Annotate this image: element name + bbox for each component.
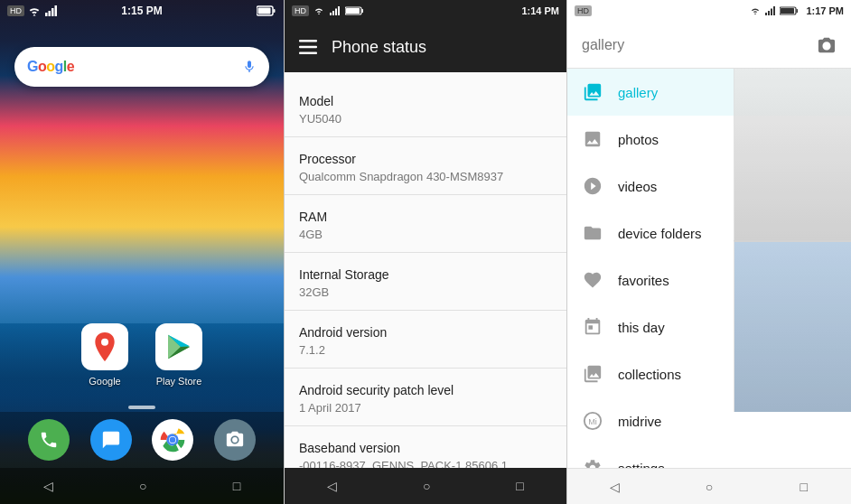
recent-button[interactable]: □ (233, 479, 240, 493)
svg-rect-20 (299, 40, 317, 42)
google-maps-label: Google (89, 376, 120, 387)
android-version-item: Android version 7.1.2 (285, 311, 566, 369)
gallery-menu-item-settings[interactable]: settings (567, 444, 851, 468)
shb-left: HD (292, 5, 365, 16)
status-back-button[interactable]: ◁ (327, 479, 337, 493)
svg-rect-1 (49, 11, 51, 16)
app-icons-row: Google Play Store (0, 323, 284, 387)
svg-point-7 (101, 339, 108, 346)
status-time: 1:14 PM (521, 5, 559, 16)
svg-rect-0 (45, 13, 48, 16)
photos-menu-icon (582, 128, 603, 150)
svg-rect-25 (771, 9, 772, 16)
gallery-search-text: gallery (582, 37, 817, 53)
svg-point-12 (232, 437, 238, 443)
gallery-menu-icon (582, 81, 603, 103)
device-folders-menu-icon (582, 222, 603, 244)
gallery-menu-label-videos: videos (618, 179, 657, 194)
gallery-menu-label-midrive: midrive (618, 414, 661, 429)
svg-rect-26 (773, 6, 775, 15)
status-status-bar: HD 1:14 PM (285, 0, 566, 22)
ram-value: 4GB (299, 228, 552, 241)
phone-dock-icon[interactable] (28, 419, 70, 461)
svg-rect-21 (299, 46, 317, 49)
svg-rect-28 (797, 9, 799, 13)
mic-icon[interactable] (242, 60, 257, 74)
status-hd-badge: HD (292, 5, 309, 16)
status-left: HD (7, 5, 57, 16)
back-button[interactable]: ◁ (43, 479, 53, 493)
gallery-hd-badge: HD (575, 5, 592, 16)
messages-dock-icon[interactable] (90, 419, 132, 461)
dock-bar (0, 412, 284, 468)
processor-item: Processor Qualcomm Snapdragon 430-MSM893… (285, 137, 566, 195)
security-patch-label: Android security patch level (299, 383, 552, 397)
gallery-menu-label-gallery: gallery (618, 85, 658, 100)
gallery-battery-icon (780, 6, 800, 15)
home-button[interactable]: ○ (139, 479, 146, 493)
gallery-menu-item-gallery[interactable]: gallery (567, 69, 851, 116)
svg-text:Mi: Mi (588, 417, 597, 426)
gallery-home-button[interactable]: ○ (695, 476, 724, 498)
baseband-value: -00116-8937_GENNS_PACK-1.85606.1 (299, 459, 552, 468)
home-time: 1:15 PM (121, 5, 162, 17)
gallery-menu-label-settings: settings (618, 461, 665, 469)
security-patch-value: 1 April 2017 (299, 401, 552, 415)
gallery-status-right: 1:17 PM (749, 5, 844, 16)
baseband-item: Baseband version -00116-8937_GENNS_PACK-… (285, 426, 566, 468)
gallery-menu-label-favorites: favorites (618, 273, 669, 288)
signal-icon (44, 5, 57, 16)
android-version-value: 7.1.2 (299, 343, 552, 357)
gallery-menu-item-collections[interactable]: collections (567, 350, 851, 397)
svg-rect-2 (51, 8, 54, 16)
chrome-dock-icon[interactable] (152, 419, 193, 461)
svg-rect-13 (330, 13, 332, 15)
status-home-button[interactable]: ○ (423, 479, 430, 493)
gallery-menu-item-midrive[interactable]: Mi midrive (567, 397, 851, 444)
gallery-menu-label-photos: photos (618, 132, 659, 147)
gallery-time: 1:17 PM (806, 5, 844, 16)
camera-dock-icon[interactable] (214, 419, 256, 461)
baseband-label: Baseband version (299, 441, 552, 455)
gallery-menu-label-device-folders: device folders (618, 226, 702, 241)
battery-icon (257, 5, 276, 16)
svg-rect-15 (335, 9, 337, 16)
gallery-menu-item-favorites[interactable]: favorites (567, 257, 851, 303)
svg-rect-6 (258, 8, 271, 14)
home-screen: HD 1:15 PM Google Google (0, 0, 284, 504)
gallery-menu-item-device-folders[interactable]: device folders (567, 210, 851, 257)
phone-status-title: Phone status (332, 38, 426, 57)
play-store-label: Play Store (156, 376, 202, 387)
wifi-icon (28, 5, 41, 16)
gallery-recent-button[interactable]: □ (790, 476, 818, 498)
gallery-menu-item-photos[interactable]: photos (567, 116, 851, 163)
gallery-nav-bar: ◁ ○ □ (567, 468, 851, 504)
play-store-app-icon[interactable]: Play Store (155, 323, 202, 387)
svg-rect-19 (346, 8, 360, 14)
model-label: Model (299, 94, 552, 108)
status-recent-button[interactable]: □ (516, 479, 523, 493)
gallery-signal-icon (764, 6, 777, 15)
collections-menu-icon (582, 363, 603, 385)
gallery-back-button[interactable]: ◁ (600, 476, 629, 498)
gallery-camera-icon[interactable] (817, 36, 837, 54)
gallery-search-bar[interactable]: gallery (567, 22, 851, 69)
gallery-panel: HD 1:17 PM gallery (567, 0, 851, 504)
hamburger-menu-icon[interactable] (299, 40, 317, 54)
home-status-bar: HD 1:15 PM (0, 0, 284, 22)
svg-point-11 (170, 437, 176, 443)
status-right (257, 5, 276, 16)
gallery-menu-item-videos[interactable]: videos (567, 163, 851, 210)
model-value: YU5040 (299, 112, 552, 126)
this-day-menu-icon (582, 316, 603, 338)
svg-rect-29 (781, 8, 794, 14)
google-maps-app-icon[interactable]: Google (81, 323, 128, 387)
gallery-status-bar: HD 1:17 PM (567, 0, 851, 22)
gallery-menu-item-this-day[interactable]: this day (567, 303, 851, 350)
processor-label: Processor (299, 152, 552, 166)
phone-status-content: Model YU5040 Processor Qualcomm Snapdrag… (285, 72, 566, 468)
svg-rect-5 (274, 9, 276, 13)
google-search-bar[interactable]: Google (14, 47, 269, 87)
hd-badge: HD (7, 5, 24, 16)
home-handle (128, 406, 155, 409)
